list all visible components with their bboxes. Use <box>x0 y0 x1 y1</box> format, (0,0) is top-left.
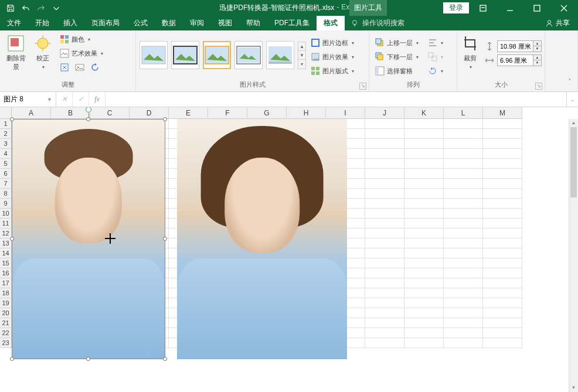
column-header[interactable]: F <box>208 107 247 119</box>
tab-format[interactable]: 格式 <box>317 16 345 30</box>
cell[interactable] <box>444 268 483 278</box>
enter-formula-button[interactable]: ✓ <box>73 92 89 107</box>
column-header[interactable]: A <box>12 107 51 119</box>
crop-button[interactable]: 裁剪 ▾ <box>461 33 480 70</box>
row-header[interactable]: 10 <box>0 209 12 219</box>
cell[interactable] <box>444 179 483 189</box>
cell[interactable] <box>483 288 522 298</box>
cell[interactable] <box>365 209 404 219</box>
selection-pane-button[interactable]: 选择窗格 <box>373 64 421 77</box>
reset-picture-button[interactable] <box>90 63 100 72</box>
resize-handle[interactable] <box>163 237 167 241</box>
row-header[interactable]: 9 <box>0 199 12 209</box>
cell[interactable] <box>444 258 483 268</box>
cell[interactable] <box>483 229 522 238</box>
cell[interactable] <box>365 238 404 248</box>
maximize-button[interactable] <box>524 0 550 16</box>
row-header[interactable]: 19 <box>0 298 12 308</box>
cell[interactable] <box>365 189 404 199</box>
cell[interactable] <box>483 199 522 209</box>
ribbon-options-button[interactable] <box>470 0 496 16</box>
cell[interactable] <box>404 159 444 169</box>
tab-review[interactable]: 审阅 <box>183 16 211 30</box>
change-picture-button[interactable] <box>75 63 84 72</box>
row-header[interactable]: 20 <box>0 308 12 318</box>
minimize-button[interactable] <box>497 0 523 16</box>
cell[interactable] <box>483 159 522 169</box>
cell[interactable] <box>365 129 404 139</box>
artistic-effects-button[interactable]: 艺术效果▾ <box>57 47 106 60</box>
cell[interactable] <box>483 179 522 189</box>
scroll-up-icon[interactable]: ▲ <box>569 119 578 127</box>
row-header[interactable]: 23 <box>0 338 12 348</box>
column-header[interactable]: E <box>169 107 208 119</box>
cell[interactable] <box>404 248 444 258</box>
row-header[interactable]: 5 <box>0 159 12 169</box>
cell[interactable] <box>404 318 444 328</box>
picture-selected[interactable] <box>12 119 165 359</box>
login-button[interactable]: 登录 <box>443 2 469 13</box>
cell[interactable] <box>444 248 483 258</box>
cell[interactable] <box>404 219 444 229</box>
cell[interactable] <box>365 308 404 318</box>
resize-handle[interactable] <box>86 117 90 121</box>
rotate-button[interactable]: ▾ <box>426 64 446 77</box>
row-header[interactable]: 11 <box>0 219 12 229</box>
cell[interactable] <box>444 149 483 159</box>
spin-down[interactable]: ▼ <box>533 60 541 66</box>
name-box-input[interactable] <box>4 96 39 104</box>
qat-customize[interactable] <box>49 2 63 15</box>
resize-handle[interactable] <box>10 237 14 241</box>
send-backward-button[interactable]: 下移一层▾ <box>373 50 421 63</box>
cell[interactable] <box>444 308 483 318</box>
tell-me-search[interactable]: 操作说明搜索 <box>345 16 410 30</box>
cell[interactable] <box>404 238 444 248</box>
row-header[interactable]: 3 <box>0 139 12 149</box>
tab-home[interactable]: 开始 <box>28 16 56 30</box>
cell[interactable] <box>444 189 483 199</box>
cell[interactable] <box>483 119 522 129</box>
row-header[interactable]: 6 <box>0 169 12 179</box>
redo-button[interactable] <box>34 2 48 15</box>
cell[interactable] <box>365 229 404 238</box>
cell[interactable] <box>404 268 444 278</box>
style-gallery[interactable]: ▲▼▾ <box>140 33 306 69</box>
resize-handle[interactable] <box>163 117 167 121</box>
scroll-down-icon[interactable]: ▼ <box>569 384 578 392</box>
cell[interactable] <box>444 199 483 209</box>
cell[interactable] <box>404 308 444 318</box>
cell[interactable] <box>444 159 483 169</box>
cell[interactable] <box>365 288 404 298</box>
style-item[interactable] <box>140 41 168 69</box>
tab-data[interactable]: 数据 <box>155 16 183 30</box>
row-header[interactable]: 7 <box>0 179 12 189</box>
cell[interactable] <box>365 179 404 189</box>
gallery-down-icon[interactable]: ▼ <box>298 51 305 60</box>
cell[interactable] <box>404 149 444 159</box>
dialog-launcher[interactable]: ↘ <box>535 83 542 90</box>
gallery-up-icon[interactable]: ▲ <box>298 42 305 51</box>
tab-pdf-tools[interactable]: PDF工具集 <box>267 16 317 30</box>
cell[interactable] <box>483 238 522 248</box>
column-header[interactable]: H <box>287 107 326 119</box>
cell[interactable] <box>404 169 444 179</box>
style-item[interactable] <box>171 41 199 69</box>
tab-formulas[interactable]: 公式 <box>127 16 155 30</box>
cell[interactable] <box>444 169 483 179</box>
row-header[interactable]: 15 <box>0 258 12 268</box>
select-all-button[interactable] <box>0 107 12 119</box>
cell[interactable] <box>404 189 444 199</box>
cell[interactable] <box>365 149 404 159</box>
cell[interactable] <box>365 278 404 288</box>
cell[interactable] <box>483 139 522 149</box>
style-item[interactable] <box>266 41 294 69</box>
column-header[interactable]: I <box>326 107 365 119</box>
spin-up[interactable]: ▲ <box>533 55 541 60</box>
cell[interactable] <box>483 308 522 318</box>
resize-handle[interactable] <box>10 357 14 361</box>
tab-view[interactable]: 视图 <box>211 16 239 30</box>
cell[interactable] <box>444 318 483 328</box>
cell[interactable] <box>444 278 483 288</box>
color-button[interactable]: 颜色▾ <box>57 33 106 46</box>
cell[interactable] <box>404 258 444 268</box>
